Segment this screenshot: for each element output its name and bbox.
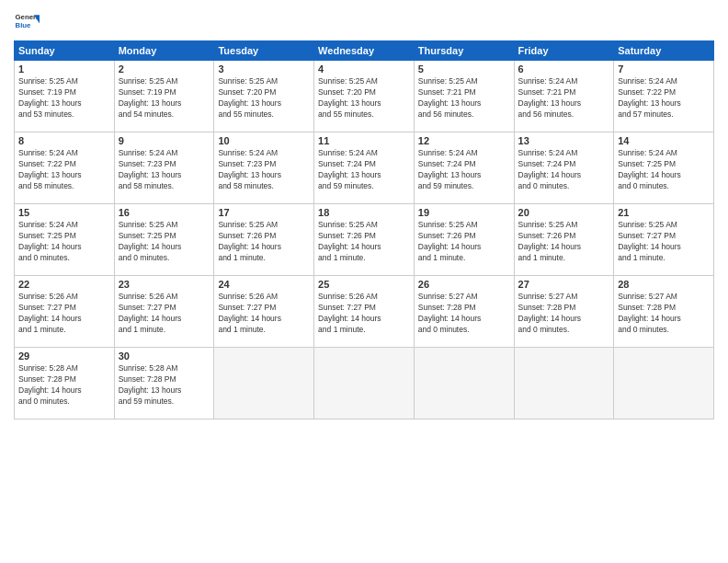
calendar-cell <box>514 348 614 419</box>
day-number: 14 <box>618 135 710 146</box>
day-number: 24 <box>218 279 310 290</box>
calendar-cell: 12Sunrise: 5:24 AMSunset: 7:24 PMDayligh… <box>414 132 514 204</box>
weekday-header-wednesday: Wednesday <box>314 41 415 61</box>
calendar-cell: 7Sunrise: 5:24 AMSunset: 7:22 PMDaylight… <box>614 61 714 132</box>
calendar-cell: 20Sunrise: 5:25 AMSunset: 7:26 PMDayligh… <box>514 204 614 276</box>
calendar-cell: 19Sunrise: 5:25 AMSunset: 7:26 PMDayligh… <box>414 204 514 276</box>
svg-text:Blue: Blue <box>16 21 32 29</box>
day-info: Sunrise: 5:24 AMSunset: 7:25 PMDaylight:… <box>18 220 110 264</box>
calendar-cell: 28Sunrise: 5:27 AMSunset: 7:28 PMDayligh… <box>614 276 714 348</box>
day-number: 1 <box>18 63 110 75</box>
day-number: 27 <box>518 279 610 290</box>
day-info: Sunrise: 5:24 AMSunset: 7:23 PMDaylight:… <box>119 148 210 192</box>
calendar-cell: 6Sunrise: 5:24 AMSunset: 7:21 PMDaylight… <box>514 61 614 132</box>
day-info: Sunrise: 5:25 AMSunset: 7:26 PMDaylight:… <box>418 220 510 264</box>
day-number: 23 <box>119 279 210 290</box>
weekday-header-tuesday: Tuesday <box>214 41 314 61</box>
day-info: Sunrise: 5:25 AMSunset: 7:19 PMDaylight:… <box>119 76 210 121</box>
calendar-cell: 4Sunrise: 5:25 AMSunset: 7:20 PMDaylight… <box>314 61 415 132</box>
day-info: Sunrise: 5:25 AMSunset: 7:26 PMDaylight:… <box>518 220 610 264</box>
day-info: Sunrise: 5:25 AMSunset: 7:21 PMDaylight:… <box>418 76 510 121</box>
day-info: Sunrise: 5:25 AMSunset: 7:20 PMDaylight:… <box>218 76 310 121</box>
calendar-cell: 2Sunrise: 5:25 AMSunset: 7:19 PMDaylight… <box>114 61 214 132</box>
day-info: Sunrise: 5:28 AMSunset: 7:28 PMDaylight:… <box>119 363 210 408</box>
weekday-header-monday: Monday <box>114 41 214 61</box>
day-info: Sunrise: 5:25 AMSunset: 7:26 PMDaylight:… <box>218 220 310 264</box>
day-number: 28 <box>618 279 710 290</box>
calendar-cell: 15Sunrise: 5:24 AMSunset: 7:25 PMDayligh… <box>15 204 115 276</box>
day-info: Sunrise: 5:24 AMSunset: 7:23 PMDaylight:… <box>218 148 310 192</box>
calendar-table: SundayMondayTuesdayWednesdayThursdayFrid… <box>14 40 714 419</box>
calendar-week-row: 1Sunrise: 5:25 AMSunset: 7:19 PMDaylight… <box>15 61 714 132</box>
day-number: 20 <box>518 207 610 218</box>
day-number: 30 <box>119 350 210 362</box>
day-info: Sunrise: 5:27 AMSunset: 7:28 PMDaylight:… <box>618 292 710 336</box>
day-number: 12 <box>418 135 510 146</box>
calendar-cell: 23Sunrise: 5:26 AMSunset: 7:27 PMDayligh… <box>114 276 214 348</box>
day-number: 10 <box>218 135 310 146</box>
day-info: Sunrise: 5:25 AMSunset: 7:20 PMDaylight:… <box>318 76 410 121</box>
day-info: Sunrise: 5:26 AMSunset: 7:27 PMDaylight:… <box>18 292 110 336</box>
day-info: Sunrise: 5:25 AMSunset: 7:25 PMDaylight:… <box>119 220 210 264</box>
day-info: Sunrise: 5:26 AMSunset: 7:27 PMDaylight:… <box>119 292 210 336</box>
calendar-cell: 29Sunrise: 5:28 AMSunset: 7:28 PMDayligh… <box>15 348 115 419</box>
calendar-cell: 1Sunrise: 5:25 AMSunset: 7:19 PMDaylight… <box>15 61 115 132</box>
day-info: Sunrise: 5:24 AMSunset: 7:21 PMDaylight:… <box>518 76 610 121</box>
day-number: 5 <box>418 63 510 75</box>
day-number: 3 <box>218 63 310 75</box>
calendar-cell <box>314 348 415 419</box>
logo: General Blue <box>14 9 40 35</box>
day-info: Sunrise: 5:24 AMSunset: 7:22 PMDaylight:… <box>18 148 110 192</box>
calendar-cell: 24Sunrise: 5:26 AMSunset: 7:27 PMDayligh… <box>214 276 314 348</box>
calendar-cell: 17Sunrise: 5:25 AMSunset: 7:26 PMDayligh… <box>214 204 314 276</box>
day-number: 16 <box>119 207 210 218</box>
day-number: 6 <box>518 63 610 75</box>
day-info: Sunrise: 5:24 AMSunset: 7:24 PMDaylight:… <box>518 148 610 192</box>
calendar-cell: 8Sunrise: 5:24 AMSunset: 7:22 PMDaylight… <box>15 132 115 204</box>
calendar-cell <box>214 348 314 419</box>
weekday-header-row: SundayMondayTuesdayWednesdayThursdayFrid… <box>15 41 714 61</box>
day-info: Sunrise: 5:25 AMSunset: 7:19 PMDaylight:… <box>18 76 110 121</box>
weekday-header-thursday: Thursday <box>414 41 514 61</box>
calendar-cell: 3Sunrise: 5:25 AMSunset: 7:20 PMDaylight… <box>214 61 314 132</box>
calendar-cell: 5Sunrise: 5:25 AMSunset: 7:21 PMDaylight… <box>414 61 514 132</box>
weekday-header-saturday: Saturday <box>614 41 714 61</box>
weekday-header-sunday: Sunday <box>15 41 115 61</box>
calendar-week-row: 29Sunrise: 5:28 AMSunset: 7:28 PMDayligh… <box>15 348 714 419</box>
day-number: 18 <box>318 207 410 218</box>
calendar-cell: 27Sunrise: 5:27 AMSunset: 7:28 PMDayligh… <box>514 276 614 348</box>
calendar-week-row: 22Sunrise: 5:26 AMSunset: 7:27 PMDayligh… <box>15 276 714 348</box>
day-info: Sunrise: 5:24 AMSunset: 7:24 PMDaylight:… <box>418 148 510 192</box>
day-number: 29 <box>18 350 110 362</box>
day-number: 19 <box>418 207 510 218</box>
day-number: 11 <box>318 135 410 146</box>
calendar-cell: 9Sunrise: 5:24 AMSunset: 7:23 PMDaylight… <box>114 132 214 204</box>
day-info: Sunrise: 5:25 AMSunset: 7:26 PMDaylight:… <box>318 220 410 264</box>
general-blue-logo-icon: General Blue <box>14 9 40 35</box>
calendar-cell: 16Sunrise: 5:25 AMSunset: 7:25 PMDayligh… <box>114 204 214 276</box>
calendar-cell: 22Sunrise: 5:26 AMSunset: 7:27 PMDayligh… <box>15 276 115 348</box>
calendar-cell: 14Sunrise: 5:24 AMSunset: 7:25 PMDayligh… <box>614 132 714 204</box>
calendar-cell: 10Sunrise: 5:24 AMSunset: 7:23 PMDayligh… <box>214 132 314 204</box>
day-number: 13 <box>518 135 610 146</box>
day-info: Sunrise: 5:27 AMSunset: 7:28 PMDaylight:… <box>518 292 610 336</box>
day-info: Sunrise: 5:24 AMSunset: 7:22 PMDaylight:… <box>618 76 710 121</box>
day-number: 4 <box>318 63 410 75</box>
day-number: 25 <box>318 279 410 290</box>
day-number: 15 <box>18 207 110 218</box>
calendar-week-row: 15Sunrise: 5:24 AMSunset: 7:25 PMDayligh… <box>15 204 714 276</box>
calendar-cell: 13Sunrise: 5:24 AMSunset: 7:24 PMDayligh… <box>514 132 614 204</box>
calendar-cell: 18Sunrise: 5:25 AMSunset: 7:26 PMDayligh… <box>314 204 415 276</box>
calendar-cell <box>614 348 714 419</box>
day-info: Sunrise: 5:28 AMSunset: 7:28 PMDaylight:… <box>18 363 110 408</box>
day-number: 21 <box>618 207 710 218</box>
day-number: 8 <box>18 135 110 146</box>
day-info: Sunrise: 5:26 AMSunset: 7:27 PMDaylight:… <box>318 292 410 336</box>
weekday-header-friday: Friday <box>514 41 614 61</box>
day-info: Sunrise: 5:24 AMSunset: 7:24 PMDaylight:… <box>318 148 410 192</box>
day-number: 26 <box>418 279 510 290</box>
day-info: Sunrise: 5:26 AMSunset: 7:27 PMDaylight:… <box>218 292 310 336</box>
day-info: Sunrise: 5:25 AMSunset: 7:27 PMDaylight:… <box>618 220 710 264</box>
calendar-cell: 30Sunrise: 5:28 AMSunset: 7:28 PMDayligh… <box>114 348 214 419</box>
calendar-week-row: 8Sunrise: 5:24 AMSunset: 7:22 PMDaylight… <box>15 132 714 204</box>
